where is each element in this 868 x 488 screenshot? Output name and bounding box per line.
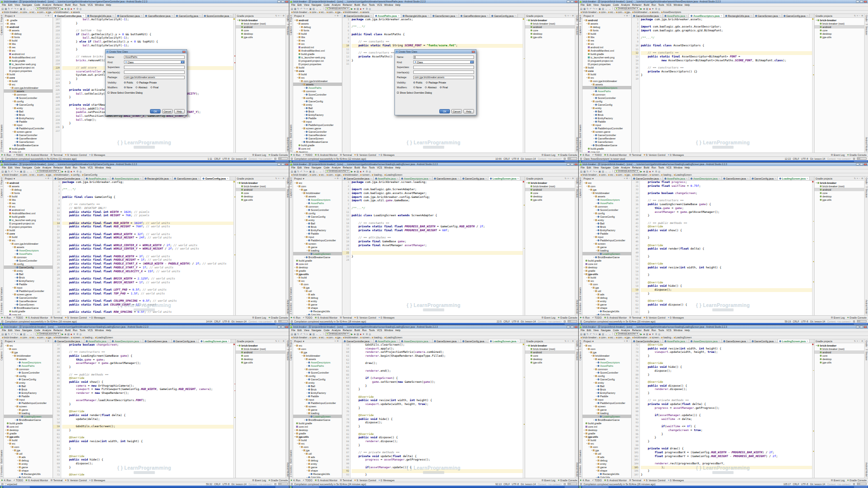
tree-item-common[interactable]: ▾common	[4, 93, 53, 96]
tool-window-button-versioncontrol[interactable]: ◆9: Version Control	[354, 153, 376, 156]
tree-item-com[interactable]: ▾com	[583, 282, 631, 286]
tree-item-entity[interactable]: ▾entity	[583, 218, 631, 222]
menu-tools[interactable]: Tools	[658, 3, 664, 6]
tree-item-BrickBreakerGame[interactable]: ▸BrickBreakerGame	[293, 255, 342, 259]
minimize-button[interactable]: _	[856, 0, 859, 3]
tool-window-button-todo[interactable]: ✔TODO	[14, 153, 23, 156]
tab-GameScreen.java[interactable]: GameScreen.java×	[433, 339, 461, 343]
menu-help[interactable]: Help	[685, 3, 690, 6]
menu-help[interactable]: Help	[685, 329, 690, 332]
code-line[interactable]: progress = assetManager.getProgress();	[641, 406, 812, 410]
code-line[interactable]: }	[352, 384, 523, 388]
tool-window-button-terminal[interactable]: ▤Terminal	[51, 479, 63, 482]
settings-icon[interactable]: ⚙	[655, 7, 657, 10]
tab-GameScreen.java[interactable]: GameScreen.java×	[116, 14, 144, 17]
code-line[interactable]: renderer.dispose();	[352, 440, 523, 444]
copy-icon[interactable]: ▣	[20, 333, 22, 335]
search-icon[interactable]: ◎	[369, 7, 371, 10]
gradle-item-core[interactable]: core	[525, 28, 575, 32]
tree-item-brickbreaker[interactable]: ▾brickbreaker	[583, 191, 631, 195]
sync-icon[interactable]: ↻	[586, 7, 588, 10]
code-line[interactable]: }	[352, 406, 523, 410]
window-titlebar[interactable]: brick-breaker - [D:\projects\brick-break…	[0, 0, 289, 3]
tool-tab-buildvariants[interactable]: Build Variants	[579, 450, 582, 463]
panel-icon[interactable]: ↻	[854, 177, 856, 180]
tab-close-icon[interactable]: ×	[517, 340, 518, 342]
breadcrumb-item-config[interactable]: config	[71, 173, 79, 176]
panel-icon[interactable]: −	[629, 14, 630, 17]
code-line[interactable]	[62, 229, 233, 233]
caret-position[interactable]: 59:19	[785, 320, 791, 323]
code-line[interactable]	[641, 395, 812, 399]
menu-build[interactable]: Build	[354, 3, 360, 6]
tool-window-button-terminal[interactable]: ▤Terminal	[629, 479, 641, 482]
tree-item-src[interactable]: ▸src	[293, 42, 342, 45]
tree-item-.gradle[interactable]: ▸.gradle	[4, 18, 53, 22]
tree-item-config[interactable]: ▾config	[583, 99, 631, 103]
tree-item-ads[interactable]: ▸ads	[583, 455, 631, 459]
tab-AssetPaths.java[interactable]: AssetPaths.java×	[374, 339, 400, 343]
coverage-icon[interactable]: ▧	[68, 333, 70, 335]
tab-GameConfig.java[interactable]: GameConfig.java×	[750, 177, 778, 180]
modifiers-option-none[interactable]: None	[124, 86, 132, 89]
code-line[interactable]: /**...*/	[352, 25, 523, 29]
code-line[interactable]: @Override	[352, 414, 523, 418]
code-line[interactable]: dispose();	[641, 288, 812, 292]
code-line[interactable]: public static final float PADDLE_HEIGHT …	[62, 258, 233, 262]
tab-close-icon[interactable]: ×	[429, 340, 430, 342]
tab-close-icon[interactable]: ×	[719, 177, 719, 180]
code-line[interactable]: renderer.begin(ShapeRenderer.ShapeType.F…	[352, 354, 523, 358]
tree-item-AssetPaths[interactable]: ▸AssetPaths	[293, 86, 342, 89]
code-line[interactable]: }	[641, 373, 812, 377]
tree-item-Ball[interactable]: ▸Ball	[293, 106, 342, 110]
tree-item-screen[interactable]: ▾screen	[293, 242, 342, 245]
dialog-close-button[interactable]: ×	[472, 51, 475, 53]
menu-code[interactable]: Code	[34, 166, 40, 169]
tab-AssetPaths.java[interactable]: AssetPaths.java×	[663, 14, 690, 17]
tree-item-ScoreController[interactable]: ▸ScoreController	[4, 259, 53, 262]
tree-item-com[interactable]: ▾com	[583, 445, 631, 448]
tree-item-game[interactable]: ▸game	[583, 245, 631, 249]
code-line[interactable]: @Override	[352, 432, 523, 436]
code-line[interactable]	[641, 48, 812, 52]
tool-tab-gradle[interactable]: Gradle	[576, 15, 578, 22]
window-titlebar[interactable]: brick-breaker - [D:\projects\brick-break…	[0, 163, 289, 166]
cut-icon[interactable]: ✂	[306, 333, 308, 335]
breadcrumb-item-GameConfig[interactable]: GameConfig	[82, 173, 97, 176]
memory-indicator[interactable]	[278, 483, 288, 485]
tree-item-libs[interactable]: ▸libs	[4, 198, 53, 201]
tool-tab-gradle[interactable]: Gradle	[865, 15, 868, 22]
code-line[interactable]: ball.stop();	[62, 118, 233, 122]
settings-icon[interactable]: ⚙	[366, 333, 367, 335]
tree-item-EntityFactory[interactable]: ▸EntityFactory	[293, 113, 342, 116]
settings-icon[interactable]: ⚙	[655, 333, 657, 335]
tree-item-input[interactable]: ▾input	[293, 120, 342, 123]
code-line[interactable]: }	[352, 388, 523, 391]
tree-item-libs[interactable]: ▸libs	[583, 35, 631, 39]
code-line[interactable]	[641, 258, 812, 262]
tool-tab-captures[interactable]: Captures	[290, 189, 292, 198]
help-button[interactable]: Help	[463, 109, 474, 113]
tree-item-desktop[interactable]: ▸desktop	[4, 428, 53, 432]
tree-item-desktop[interactable]: ▸desktop	[293, 428, 342, 432]
tree-item-shape[interactable]: ▾shape	[4, 469, 53, 472]
open-icon[interactable]: ▤	[291, 333, 293, 335]
gradle-item-android[interactable]: android	[814, 25, 864, 28]
tab-close-icon[interactable]: ×	[397, 340, 398, 342]
copy-icon[interactable]: ▣	[598, 7, 601, 10]
code-line[interactable]: }	[352, 255, 523, 259]
tree-item-build.gradle[interactable]: build.gradle	[583, 259, 631, 262]
tool-tab-gradle[interactable]: Gradle	[576, 178, 578, 184]
tree-item-jga[interactable]: ▾jga	[583, 286, 631, 289]
tree-item-PaddleInputController[interactable]: ▸PaddleInputController	[4, 401, 53, 404]
status-segment[interactable]: Git: lesson-14	[521, 483, 536, 486]
tab-close-icon[interactable]: ×	[370, 177, 371, 180]
tab-close-icon[interactable]: ×	[807, 340, 808, 342]
redo-icon[interactable]: ↷	[593, 333, 595, 335]
code-line[interactable]: public static final float WORLD_WIDTH = …	[62, 233, 233, 237]
tree-item-desktop[interactable]: ▸desktop	[293, 265, 342, 269]
tab-close-icon[interactable]: ×	[458, 177, 459, 180]
avd-manager-icon[interactable]: ▼	[73, 7, 75, 10]
code-line[interactable]: @Override	[62, 376, 233, 380]
tab-GameScreen.java[interactable]: GameScreen.java×	[433, 177, 461, 180]
